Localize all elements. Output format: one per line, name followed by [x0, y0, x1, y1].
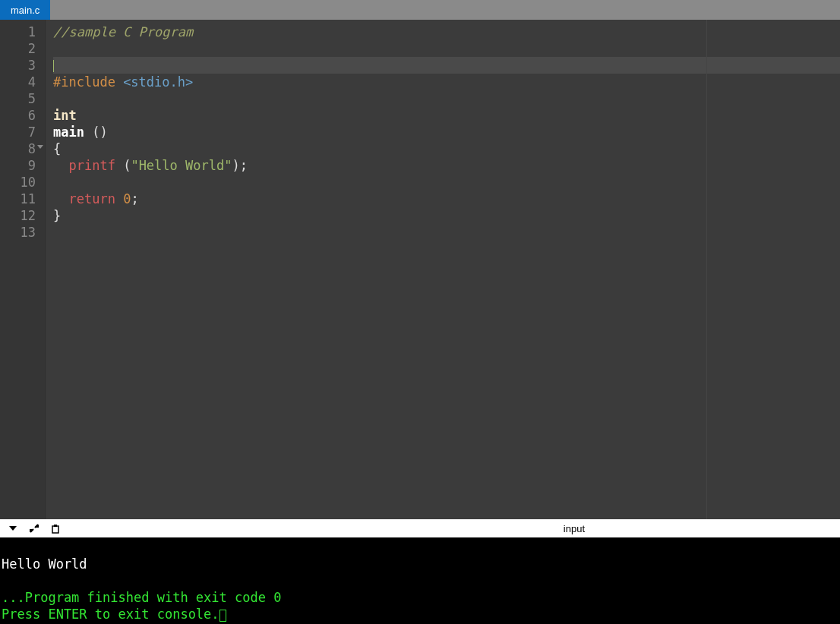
console-line: Hello World [2, 556, 87, 572]
tab-bar: main.c [0, 0, 840, 20]
copy-icon[interactable] [47, 521, 64, 536]
text-cursor [53, 60, 54, 72]
tab-main-c[interactable]: main.c [0, 0, 50, 20]
collapse-icon[interactable] [5, 521, 21, 536]
print-margin [706, 20, 707, 519]
code-line[interactable]: #include <stdio.h> [53, 74, 840, 90]
line-number: 4 [0, 74, 36, 90]
input-label[interactable]: input [564, 523, 585, 534]
line-number: 5 [0, 90, 36, 107]
code-line-active[interactable] [53, 57, 840, 74]
code-line[interactable]: int [53, 107, 840, 124]
line-number: 6 [0, 107, 36, 124]
line-number: 9 [0, 157, 36, 174]
code-editor[interactable]: 1 2 3 4 5 6 7 8 9 10 11 12 13 //sample C… [0, 20, 840, 519]
code-line[interactable] [53, 174, 840, 191]
code-line[interactable]: return 0; [53, 191, 840, 207]
line-number: 12 [0, 207, 36, 224]
line-number-gutter: 1 2 3 4 5 6 7 8 9 10 11 12 13 [0, 20, 46, 519]
line-number: 13 [0, 224, 36, 241]
code-line[interactable]: //sample C Program [53, 24, 840, 40]
code-line[interactable]: } [53, 207, 840, 224]
line-number: 10 [0, 174, 36, 191]
code-line[interactable]: printf ("Hello World"); [53, 157, 840, 174]
console-cursor [219, 610, 226, 622]
line-number: 7 [0, 124, 36, 140]
code-area[interactable]: //sample C Program #include <stdio.h> in… [46, 20, 840, 519]
console-toolbar: input [0, 519, 840, 537]
line-number: 3 [0, 57, 36, 74]
code-line[interactable]: { [53, 140, 840, 157]
line-number: 2 [0, 40, 36, 57]
svg-rect-0 [52, 526, 58, 533]
console-line: Press ENTER to exit console. [2, 607, 219, 622]
code-line[interactable] [53, 40, 840, 57]
fold-icon[interactable] [37, 145, 43, 149]
console-output[interactable]: Hello World ...Program finished with exi… [0, 537, 840, 624]
svg-rect-1 [54, 525, 57, 527]
code-line[interactable]: main () [53, 124, 840, 140]
code-line[interactable] [53, 90, 840, 107]
line-number: 11 [0, 191, 36, 207]
line-number: 1 [0, 24, 36, 40]
line-number: 8 [0, 140, 36, 157]
console-line: ...Program finished with exit code 0 [2, 590, 281, 605]
expand-icon[interactable] [26, 521, 43, 536]
code-line[interactable] [53, 224, 840, 241]
